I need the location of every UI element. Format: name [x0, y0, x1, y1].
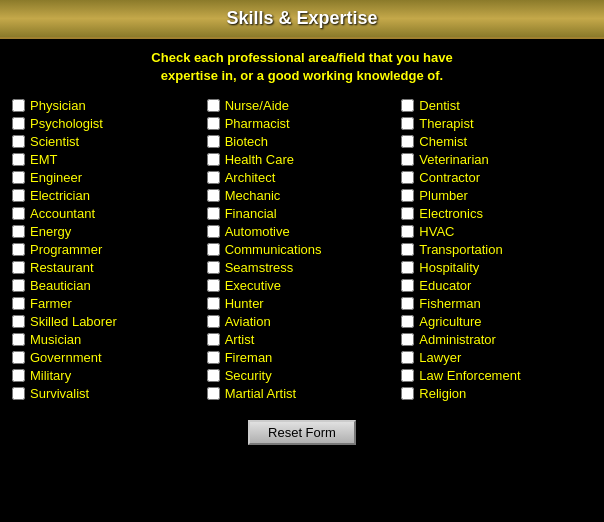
checkbox-item: Veterinarian — [399, 151, 594, 168]
checkbox-government[interactable] — [12, 351, 25, 364]
checkbox-law-enforcement[interactable] — [401, 369, 414, 382]
checkbox-dentist[interactable] — [401, 99, 414, 112]
checkbox-biotech[interactable] — [207, 135, 220, 148]
checkbox-restaurant[interactable] — [12, 261, 25, 274]
checkbox-label: Automotive — [225, 224, 290, 239]
checkbox-veterinarian[interactable] — [401, 153, 414, 166]
checkbox-pharmacist[interactable] — [207, 117, 220, 130]
checkbox-energy[interactable] — [12, 225, 25, 238]
checkbox-item: Government — [10, 349, 205, 366]
checkbox-item: Military — [10, 367, 205, 384]
checkbox-label: Health Care — [225, 152, 294, 167]
checkbox-lawyer[interactable] — [401, 351, 414, 364]
checkbox-skilled-laborer[interactable] — [12, 315, 25, 328]
checkbox-scientist[interactable] — [12, 135, 25, 148]
checkbox-health-care[interactable] — [207, 153, 220, 166]
checkbox-nurse/aide[interactable] — [207, 99, 220, 112]
checkbox-emt[interactable] — [12, 153, 25, 166]
checkbox-item: Health Care — [205, 151, 400, 168]
checkbox-item: Educator — [399, 277, 594, 294]
checkbox-label: Scientist — [30, 134, 79, 149]
checkbox-hvac[interactable] — [401, 225, 414, 238]
checkbox-item: Engineer — [10, 169, 205, 186]
header-title: Skills & Expertise — [226, 8, 377, 28]
checkbox-label: Agriculture — [419, 314, 481, 329]
checkbox-psychologist[interactable] — [12, 117, 25, 130]
checkbox-security[interactable] — [207, 369, 220, 382]
checkbox-agriculture[interactable] — [401, 315, 414, 328]
checkbox-label: Veterinarian — [419, 152, 488, 167]
checkbox-item: Physician — [10, 97, 205, 114]
checkbox-item: Financial — [205, 205, 400, 222]
checkbox-label: Musician — [30, 332, 81, 347]
checkbox-religion[interactable] — [401, 387, 414, 400]
checkbox-item: Hunter — [205, 295, 400, 312]
checkbox-survivalist[interactable] — [12, 387, 25, 400]
checkbox-item: Architect — [205, 169, 400, 186]
checkbox-therapist[interactable] — [401, 117, 414, 130]
checkbox-item: Skilled Laborer — [10, 313, 205, 330]
checkbox-physician[interactable] — [12, 99, 25, 112]
checkbox-accountant[interactable] — [12, 207, 25, 220]
checkbox-beautician[interactable] — [12, 279, 25, 292]
subtitle: Check each professional area/field that … — [0, 39, 604, 93]
column-2: Nurse/AidePharmacistBiotechHealth CareAr… — [205, 97, 400, 402]
checkbox-label: Mechanic — [225, 188, 281, 203]
checkbox-fireman[interactable] — [207, 351, 220, 364]
checkbox-label: Financial — [225, 206, 277, 221]
checkbox-architect[interactable] — [207, 171, 220, 184]
checkbox-item: Religion — [399, 385, 594, 402]
checkbox-label: Energy — [30, 224, 71, 239]
checkbox-executive[interactable] — [207, 279, 220, 292]
checkbox-label: Plumber — [419, 188, 467, 203]
checkbox-administrator[interactable] — [401, 333, 414, 346]
checkbox-martial-artist[interactable] — [207, 387, 220, 400]
checkbox-item: Hospitality — [399, 259, 594, 276]
checkbox-item: Pharmacist — [205, 115, 400, 132]
checkbox-plumber[interactable] — [401, 189, 414, 202]
checkbox-label: EMT — [30, 152, 57, 167]
checkbox-aviation[interactable] — [207, 315, 220, 328]
checkbox-communications[interactable] — [207, 243, 220, 256]
checkbox-label: Pharmacist — [225, 116, 290, 131]
checkbox-label: Religion — [419, 386, 466, 401]
checkbox-label: Biotech — [225, 134, 268, 149]
checkbox-item: Contractor — [399, 169, 594, 186]
checkbox-contractor[interactable] — [401, 171, 414, 184]
checkbox-item: Executive — [205, 277, 400, 294]
checkbox-item: Seamstress — [205, 259, 400, 276]
checkbox-item: Energy — [10, 223, 205, 240]
checkbox-label: Fisherman — [419, 296, 480, 311]
checkbox-engineer[interactable] — [12, 171, 25, 184]
reset-button[interactable]: Reset Form — [248, 420, 356, 445]
checkbox-mechanic[interactable] — [207, 189, 220, 202]
checkbox-item: Programmer — [10, 241, 205, 258]
checkbox-hunter[interactable] — [207, 297, 220, 310]
checkbox-item: Automotive — [205, 223, 400, 240]
header: Skills & Expertise — [0, 0, 604, 39]
checkbox-label: Fireman — [225, 350, 273, 365]
checkbox-financial[interactable] — [207, 207, 220, 220]
checkbox-item: Plumber — [399, 187, 594, 204]
checkbox-educator[interactable] — [401, 279, 414, 292]
checkbox-farmer[interactable] — [12, 297, 25, 310]
checkbox-item: Aviation — [205, 313, 400, 330]
checkbox-hospitality[interactable] — [401, 261, 414, 274]
checkbox-label: Lawyer — [419, 350, 461, 365]
checkbox-seamstress[interactable] — [207, 261, 220, 274]
checkbox-artist[interactable] — [207, 333, 220, 346]
checkbox-chemist[interactable] — [401, 135, 414, 148]
checkbox-label: Martial Artist — [225, 386, 297, 401]
checkbox-item: Restaurant — [10, 259, 205, 276]
checkbox-fisherman[interactable] — [401, 297, 414, 310]
checkbox-transportation[interactable] — [401, 243, 414, 256]
checkbox-electrician[interactable] — [12, 189, 25, 202]
checkbox-item: Therapist — [399, 115, 594, 132]
checkbox-label: Aviation — [225, 314, 271, 329]
checkbox-musician[interactable] — [12, 333, 25, 346]
checkbox-programmer[interactable] — [12, 243, 25, 256]
checkbox-electronics[interactable] — [401, 207, 414, 220]
checkbox-label: Artist — [225, 332, 255, 347]
checkbox-military[interactable] — [12, 369, 25, 382]
checkbox-automotive[interactable] — [207, 225, 220, 238]
